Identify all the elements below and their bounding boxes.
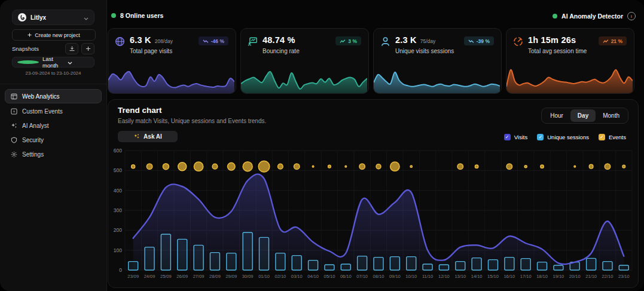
snapshot-range-select[interactable]: Last month: [12, 57, 94, 68]
stat-card-page-visits[interactable]: 6.3 K208/day Total page visits -46 %: [108, 28, 236, 94]
svg-text:14/10: 14/10: [471, 274, 483, 279]
svg-text:26/09: 26/09: [176, 274, 188, 279]
svg-text:200: 200: [114, 227, 122, 233]
nav-label: Custom Events: [22, 108, 63, 115]
trend-chart-subtitle: Easily match Visits, Unique sessions and…: [118, 118, 266, 124]
trend-arrow-icon: [203, 39, 209, 44]
snapshots-label: Snapshots: [12, 45, 62, 52]
stat-per-day: 75/day: [420, 38, 436, 44]
create-project-label: Create new project: [35, 32, 80, 38]
snapshots-header: Snapshots: [12, 43, 94, 54]
svg-text:06/10: 06/10: [340, 274, 352, 279]
svg-text:400: 400: [114, 188, 122, 194]
svg-text:30/09: 30/09: [242, 274, 254, 279]
legend-item-unique-sessions[interactable]: ✓ Unique sessions: [537, 134, 589, 140]
svg-text:21/10: 21/10: [585, 274, 597, 279]
chevron-down-icon: [84, 12, 88, 23]
download-snapshot-button[interactable]: [65, 43, 78, 54]
online-status-dot: [111, 13, 116, 18]
stat-card-bouncing-rate[interactable]: 48.74 % Bouncing rate 3 %: [240, 28, 369, 94]
nav-label: Settings: [22, 151, 44, 158]
trend-chart-plot[interactable]: 010020030040050060023/0924/0925/0926/092…: [111, 146, 636, 285]
snapshot-date-range: 23-09-2024 to 23-10-2024: [0, 71, 106, 76]
litlyx-logo-icon: [18, 13, 26, 22]
sidebar: Litlyx Create new project Snapshots Last…: [0, 0, 107, 291]
stat-value: 48.74 %: [263, 35, 295, 45]
checkbox-visits[interactable]: ✓: [504, 134, 511, 140]
svg-text:23/10: 23/10: [618, 274, 630, 279]
svg-text:10/10: 10/10: [405, 274, 417, 279]
svg-text:16/10: 16/10: [503, 274, 515, 279]
stat-card-unique-sessions[interactable]: 2.3 K75/day Unique visits sessions -39 %: [373, 28, 502, 94]
stat-card-session-time[interactable]: 1h 15m 26s Total avg session time 21 %: [506, 28, 634, 94]
timer-icon: [513, 36, 523, 49]
svg-text:02/10: 02/10: [274, 274, 286, 279]
svg-text:19/10: 19/10: [553, 274, 564, 279]
stat-label: Total page visits: [130, 48, 172, 54]
range-button-hour[interactable]: Hour: [543, 109, 570, 122]
lightning-square-icon: [11, 108, 17, 115]
project-selector[interactable]: Litlyx: [12, 10, 94, 25]
range-button-day[interactable]: Day: [570, 109, 596, 122]
svg-text:500: 500: [114, 167, 122, 173]
svg-text:12/10: 12/10: [438, 274, 450, 279]
sidebar-item-web-analytics[interactable]: Web Analytics: [5, 89, 102, 103]
trend-badge: -39 %: [464, 36, 494, 45]
plus-icon: [86, 46, 91, 51]
legend-item-visits[interactable]: ✓ Visits: [504, 134, 528, 140]
svg-text:11/10: 11/10: [422, 274, 433, 279]
svg-text:0: 0: [119, 267, 122, 273]
trend-badge: 3 %: [335, 36, 361, 45]
anomaly-detector-label: AI Anomaly Detector: [561, 13, 623, 20]
sidebar-item-custom-events[interactable]: Custom Events: [5, 105, 102, 118]
svg-text:28/09: 28/09: [209, 274, 221, 279]
svg-text:18/10: 18/10: [536, 274, 548, 279]
stat-label: Total avg session time: [528, 48, 587, 54]
sidebar-item-settings[interactable]: Settings: [5, 148, 102, 161]
trend-badge: -46 %: [199, 36, 228, 45]
checkbox-events[interactable]: ✓: [599, 134, 605, 140]
sparkline-unique-sessions: [374, 63, 500, 93]
user-icon: [380, 36, 390, 49]
svg-text:08/10: 08/10: [373, 274, 384, 279]
legend-item-events[interactable]: ✓ Events: [599, 134, 626, 140]
svg-text:600: 600: [114, 148, 122, 154]
chart-legend: ✓ Visits ✓ Unique sessions ✓ Events: [504, 134, 626, 140]
create-project-button[interactable]: Create new project: [12, 29, 96, 41]
svg-text:09/10: 09/10: [389, 274, 401, 279]
anomaly-detector-indicator: AI Anomaly Detector i: [553, 12, 636, 20]
download-icon: [69, 46, 75, 51]
svg-text:24/09: 24/09: [144, 274, 155, 279]
svg-text:01/10: 01/10: [258, 274, 270, 279]
svg-text:04/10: 04/10: [307, 274, 319, 279]
stat-label: Unique visits sessions: [395, 48, 454, 54]
browser-window-icon: [11, 93, 17, 100]
range-button-month[interactable]: Month: [596, 109, 627, 122]
sidebar-item-security[interactable]: Security: [5, 133, 102, 146]
stat-per-day: 208/day: [155, 38, 173, 44]
svg-text:25/09: 25/09: [160, 274, 172, 279]
sparkline-session-time: [506, 63, 633, 93]
globe-icon: [115, 36, 125, 49]
sidebar-item-ai-analyst[interactable]: AI Analyst: [5, 119, 102, 132]
gear-icon: [11, 151, 17, 158]
svg-text:27/09: 27/09: [193, 274, 205, 279]
svg-text:20/10: 20/10: [569, 274, 581, 279]
svg-text:15/10: 15/10: [487, 274, 499, 279]
svg-text:22/10: 22/10: [602, 274, 614, 279]
info-icon[interactable]: i: [627, 12, 636, 20]
online-users-indicator: 8 Online users: [111, 12, 163, 19]
sparkline-page-visits: [108, 63, 234, 93]
snapshot-selected: Last month: [42, 56, 64, 69]
checkbox-unique-sessions[interactable]: ✓: [537, 134, 544, 140]
add-snapshot-button[interactable]: [81, 43, 94, 54]
ask-ai-button[interactable]: Ask AI: [118, 131, 178, 142]
trend-arrow-icon: [603, 39, 609, 44]
plus-icon: [28, 32, 32, 38]
sidebar-divider: [0, 84, 106, 84]
svg-text:29/09: 29/09: [225, 274, 237, 279]
project-name: Litlyx: [30, 14, 80, 21]
ai-sparkle-icon: [133, 133, 140, 140]
online-users-label: 8 Online users: [120, 12, 163, 19]
trend-arrow-icon: [340, 39, 346, 44]
